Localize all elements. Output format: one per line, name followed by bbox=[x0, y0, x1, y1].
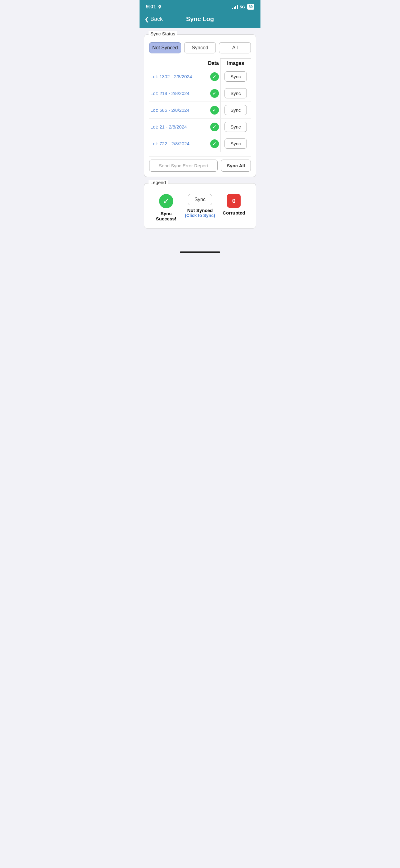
status-time: 9:01 bbox=[146, 4, 162, 10]
back-button[interactable]: ❮ Back bbox=[144, 16, 163, 23]
filter-not-synced[interactable]: Not Synced bbox=[149, 42, 181, 53]
status-icons: 5G 89 bbox=[232, 4, 254, 10]
network-type: 5G bbox=[240, 5, 245, 9]
filter-synced[interactable]: Synced bbox=[184, 42, 216, 53]
bar-4 bbox=[237, 5, 238, 9]
col-lot-header bbox=[149, 59, 204, 68]
lot-label-cell: Lot: 21 - 2/8/2024 bbox=[149, 119, 204, 135]
sync-all-button[interactable]: Sync All bbox=[221, 160, 251, 172]
legend-corrupted: 0 Corrupted bbox=[217, 194, 251, 215]
data-synced-icon: ✓ bbox=[210, 89, 219, 98]
lot-link[interactable]: Lot: 722 - 2/8/2024 bbox=[151, 141, 190, 146]
filter-all[interactable]: All bbox=[219, 42, 251, 53]
lot-images-cell: Sync bbox=[220, 68, 251, 85]
back-chevron-icon: ❮ bbox=[144, 16, 149, 23]
lot-images-cell: Sync bbox=[220, 119, 251, 135]
lot-data-cell: ✓ bbox=[204, 68, 220, 85]
lot-link[interactable]: Lot: 218 - 2/8/2024 bbox=[151, 91, 190, 96]
sync-success-icon: ✓ bbox=[159, 194, 173, 208]
legend-not-synced: Sync Not Synced (Click to Sync) bbox=[183, 194, 217, 218]
table-row: Lot: 1302 - 2/8/2024 ✓ Sync bbox=[149, 68, 251, 85]
data-synced-icon: ✓ bbox=[210, 72, 219, 81]
home-indicator bbox=[139, 247, 261, 256]
col-data-header: Data bbox=[204, 59, 220, 68]
image-sync-button[interactable]: Sync bbox=[225, 88, 246, 98]
bar-1 bbox=[232, 8, 233, 9]
signal-bars bbox=[232, 5, 238, 9]
table-row: Lot: 21 - 2/8/2024 ✓ Sync bbox=[149, 119, 251, 135]
legend-row: ✓ SyncSuccess! Sync Not Synced (Click to… bbox=[149, 191, 251, 223]
table-row: Lot: 722 - 2/8/2024 ✓ Sync bbox=[149, 135, 251, 152]
data-synced-icon: ✓ bbox=[210, 123, 219, 131]
image-sync-button[interactable]: Sync bbox=[225, 105, 246, 115]
corrupted-badge: 0 bbox=[227, 194, 241, 208]
legend-sync-button[interactable]: Sync bbox=[188, 194, 212, 205]
lot-images-cell: Sync bbox=[220, 102, 251, 119]
page-title: Sync Log bbox=[186, 16, 214, 23]
data-synced-icon: ✓ bbox=[210, 106, 219, 115]
legend-label: Legend bbox=[148, 180, 168, 185]
lots-table: Data Images Lot: 1302 - 2/8/2024 ✓ Sync … bbox=[149, 58, 251, 152]
table-row: Lot: 585 - 2/8/2024 ✓ Sync bbox=[149, 102, 251, 119]
corrupted-count: 0 bbox=[232, 197, 236, 205]
home-bar bbox=[180, 251, 220, 253]
legend-sync-success: ✓ SyncSuccess! bbox=[149, 194, 183, 221]
legend-card: Legend ✓ SyncSuccess! Sync Not Synced (C… bbox=[144, 183, 256, 228]
lot-data-cell: ✓ bbox=[204, 102, 220, 119]
nav-bar: ❮ Back Sync Log bbox=[139, 12, 261, 28]
status-bar: 9:01 5G 89 bbox=[139, 0, 261, 12]
battery-indicator: 89 bbox=[247, 4, 254, 10]
lot-link[interactable]: Lot: 1302 - 2/8/2024 bbox=[151, 74, 192, 79]
action-row: Send Sync Error Report Sync All bbox=[149, 156, 251, 172]
lot-data-cell: ✓ bbox=[204, 119, 220, 135]
table-row: Lot: 218 - 2/8/2024 ✓ Sync bbox=[149, 85, 251, 102]
lot-label-cell: Lot: 722 - 2/8/2024 bbox=[149, 135, 204, 152]
data-synced-icon: ✓ bbox=[210, 140, 219, 148]
lot-label-cell: Lot: 218 - 2/8/2024 bbox=[149, 85, 204, 102]
location-icon bbox=[158, 5, 162, 9]
sync-status-label: Sync Status bbox=[148, 31, 177, 36]
lot-images-cell: Sync bbox=[220, 135, 251, 152]
lot-link[interactable]: Lot: 585 - 2/8/2024 bbox=[151, 107, 190, 113]
image-sync-button[interactable]: Sync bbox=[225, 138, 246, 149]
legend-not-synced-label: Not Synced (Click to Sync) bbox=[185, 208, 215, 218]
bar-3 bbox=[235, 6, 236, 9]
bar-2 bbox=[234, 7, 235, 9]
back-label: Back bbox=[151, 16, 163, 22]
main-content: Sync Status Not Synced Synced All Data I… bbox=[139, 28, 261, 241]
time-display: 9:01 bbox=[146, 4, 156, 10]
corrupted-label: Corrupted bbox=[223, 210, 245, 215]
image-sync-button[interactable]: Sync bbox=[225, 122, 246, 132]
lot-label-cell: Lot: 585 - 2/8/2024 bbox=[149, 102, 204, 119]
lot-data-cell: ✓ bbox=[204, 85, 220, 102]
sync-success-label: SyncSuccess! bbox=[156, 211, 176, 221]
sync-status-card: Sync Status Not Synced Synced All Data I… bbox=[144, 34, 256, 177]
send-report-button[interactable]: Send Sync Error Report bbox=[149, 160, 218, 172]
lot-images-cell: Sync bbox=[220, 85, 251, 102]
lot-data-cell: ✓ bbox=[204, 135, 220, 152]
lot-label-cell: Lot: 1302 - 2/8/2024 bbox=[149, 68, 204, 85]
lot-link[interactable]: Lot: 21 - 2/8/2024 bbox=[151, 124, 187, 129]
battery-level: 89 bbox=[249, 5, 253, 9]
filter-row: Not Synced Synced All bbox=[149, 42, 251, 53]
col-images-header: Images bbox=[220, 59, 251, 68]
image-sync-button[interactable]: Sync bbox=[225, 71, 246, 82]
